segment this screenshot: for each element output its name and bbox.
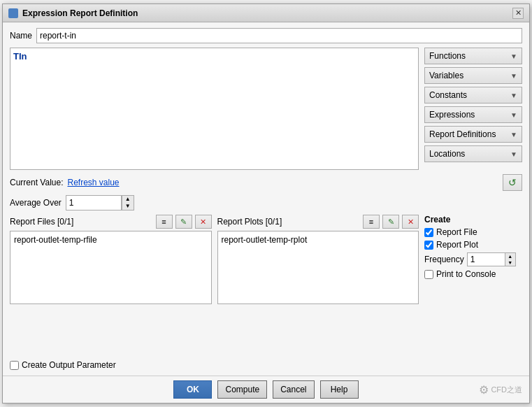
- frequency-label: Frequency: [424, 255, 464, 264]
- report-plots-list[interactable]: report-outlet-temp-rplot: [217, 231, 419, 304]
- refresh-value-link[interactable]: Refresh value: [67, 178, 119, 187]
- frequency-input[interactable]: [467, 252, 505, 266]
- report-files-section: Report Files [0/1] ≡ ✎ ✕ report-outlet-t…: [10, 215, 212, 356]
- report-file-label: Report File: [436, 227, 477, 237]
- constants-button[interactable]: Constants ▼: [424, 87, 522, 103]
- report-files-delete-btn[interactable]: ✕: [195, 215, 212, 229]
- report-plots-all-btn[interactable]: ≡: [363, 215, 380, 229]
- output-param-row: Create Output Parameter: [10, 360, 522, 370]
- print-console-row: Print to Console: [424, 269, 522, 279]
- window-icon: [8, 8, 18, 18]
- average-down-arrow[interactable]: ▼: [122, 203, 134, 210]
- output-param-checkbox[interactable]: [10, 361, 19, 370]
- frequency-row: Frequency ▲ ▼: [424, 252, 522, 266]
- name-input[interactable]: [36, 28, 522, 43]
- content-area: Name TIn Functions ▼ Variables ▼ Constan…: [3, 22, 529, 376]
- variables-label: Variables: [429, 71, 463, 80]
- current-value-row: Current Value: Refresh value ↺: [10, 174, 522, 191]
- create-section: Create Report File Report Plot Frequency…: [424, 215, 522, 356]
- functions-label: Functions: [429, 51, 466, 61]
- locations-button[interactable]: Locations ▼: [424, 145, 522, 162]
- ok-button[interactable]: OK: [173, 380, 212, 399]
- expression-box[interactable]: TIn: [10, 48, 419, 170]
- variables-arrow: ▼: [510, 72, 517, 80]
- right-buttons: Functions ▼ Variables ▼ Constants ▼ Expr…: [424, 48, 522, 170]
- constants-arrow: ▼: [510, 92, 517, 99]
- report-definitions-label: Report Definitions: [429, 129, 496, 139]
- report-definitions-button[interactable]: Report Definitions ▼: [424, 126, 522, 143]
- report-files-label: Report Files [0/1]: [10, 217, 153, 227]
- report-plots-section: Report Plots [0/1] ≡ ✎ ✕ report-outlet-t…: [217, 215, 419, 356]
- report-plots-header: Report Plots [0/1] ≡ ✎ ✕: [217, 215, 419, 229]
- list-delete-icon2: ✕: [408, 217, 414, 227]
- list-all-icon: ≡: [161, 217, 166, 226]
- cancel-button[interactable]: Cancel: [273, 380, 314, 399]
- average-row: Average Over ▲ ▼: [10, 195, 522, 210]
- frequency-spinner: ▲ ▼: [467, 252, 516, 266]
- report-plot-label: Report Plot: [436, 240, 478, 250]
- report-plots-label: Report Plots [0/1]: [217, 217, 361, 227]
- average-up-arrow[interactable]: ▲: [122, 196, 134, 203]
- locations-label: Locations: [429, 149, 465, 159]
- list-item: report-outlet-temp-rplot: [220, 234, 417, 246]
- report-plot-row: Report Plot: [424, 240, 522, 250]
- report-plots-edit-btn[interactable]: ✎: [382, 215, 399, 229]
- average-label: Average Over: [10, 198, 62, 208]
- refresh-button[interactable]: ↺: [503, 174, 522, 191]
- frequency-arrows: ▲ ▼: [505, 252, 516, 266]
- close-button[interactable]: ✕: [512, 8, 524, 19]
- help-button[interactable]: Help: [320, 380, 359, 399]
- report-file-row: Report File: [424, 227, 522, 237]
- name-row: Name: [10, 28, 522, 43]
- print-console-checkbox[interactable]: [424, 270, 433, 279]
- functions-button[interactable]: Functions ▼: [424, 48, 522, 64]
- report-files-edit-btn[interactable]: ✎: [175, 215, 192, 229]
- average-spinner: ▲ ▼: [66, 195, 134, 210]
- watermark: ⚙ CFD之道: [479, 383, 522, 397]
- expression-content: TIn: [13, 51, 27, 62]
- current-value-label: Current Value:: [10, 178, 63, 187]
- average-input[interactable]: [66, 195, 122, 210]
- variables-button[interactable]: Variables ▼: [424, 67, 522, 84]
- name-label: Name: [10, 31, 32, 41]
- window-title: Expression Report Definition: [22, 8, 138, 18]
- frequency-up-arrow[interactable]: ▲: [505, 253, 515, 259]
- watermark-icon: ⚙: [479, 383, 489, 397]
- frequency-down-arrow[interactable]: ▼: [505, 259, 515, 266]
- list-all-icon2: ≡: [369, 217, 373, 226]
- locations-arrow: ▼: [510, 150, 517, 158]
- bottom-buttons: OK Compute Cancel Help: [173, 380, 358, 399]
- expressions-arrow: ▼: [510, 111, 517, 119]
- report-files-header: Report Files [0/1] ≡ ✎ ✕: [10, 215, 212, 229]
- expressions-button[interactable]: Expressions ▼: [424, 106, 522, 123]
- title-bar: Expression Report Definition ✕: [3, 4, 529, 22]
- list-edit-icon: ✎: [180, 217, 187, 227]
- main-window: Expression Report Definition ✕ Name TIn …: [2, 3, 530, 404]
- expressions-label: Expressions: [429, 110, 475, 120]
- bottom-right: ⚙ CFD之道: [359, 383, 522, 397]
- report-files-list[interactable]: report-outlet-temp-rfile: [10, 231, 212, 304]
- main-area: TIn Functions ▼ Variables ▼ Constants ▼ …: [10, 48, 522, 170]
- title-bar-left: Expression Report Definition: [8, 8, 138, 18]
- create-title: Create: [424, 215, 522, 224]
- average-arrows: ▲ ▼: [122, 195, 134, 210]
- list-item: report-outlet-temp-rfile: [13, 234, 209, 246]
- output-param-label: Create Output Parameter: [22, 360, 116, 370]
- report-files-all-btn[interactable]: ≡: [156, 215, 173, 229]
- report-plot-checkbox[interactable]: [424, 241, 433, 250]
- functions-arrow: ▼: [510, 52, 517, 60]
- constants-label: Constants: [429, 90, 467, 100]
- report-definitions-arrow: ▼: [510, 131, 517, 138]
- print-console-label: Print to Console: [436, 269, 496, 279]
- lists-create-area: Report Files [0/1] ≡ ✎ ✕ report-outlet-t…: [10, 215, 522, 356]
- compute-button[interactable]: Compute: [217, 380, 267, 399]
- report-plots-delete-btn[interactable]: ✕: [402, 215, 419, 229]
- report-file-checkbox[interactable]: [424, 228, 433, 237]
- list-edit-icon2: ✎: [388, 217, 394, 227]
- bottom-bar: OK Compute Cancel Help ⚙ CFD之道: [3, 376, 529, 403]
- list-delete-icon: ✕: [200, 217, 206, 227]
- watermark-text: CFD之道: [491, 385, 522, 395]
- refresh-icon: ↺: [508, 177, 517, 188]
